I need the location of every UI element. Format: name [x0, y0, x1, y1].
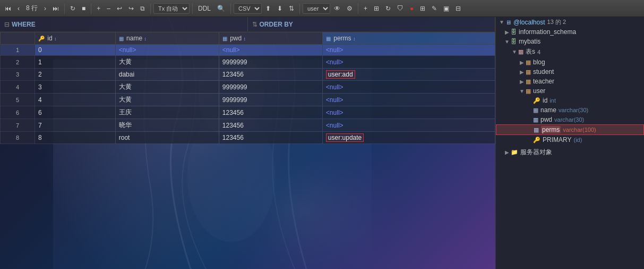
- image-button[interactable]: ▣: [441, 4, 452, 13]
- row-name-cell[interactable]: <null>: [115, 45, 219, 56]
- mybatis-toggle[interactable]: ▼: [503, 39, 511, 45]
- row-pwd-cell[interactable]: 123456: [219, 132, 322, 144]
- tree-col-pwd[interactable]: ▦ pwd varchar(30): [496, 115, 644, 124]
- bookmark-button[interactable]: ⛉: [394, 4, 406, 13]
- tree-blog[interactable]: ▶ ▦ blog: [496, 57, 644, 67]
- filter-btn[interactable]: ⇅: [286, 4, 297, 13]
- redo-button[interactable]: ↪: [126, 4, 136, 13]
- host-toggle[interactable]: ▼: [498, 19, 505, 25]
- table-row[interactable]: 32dabai123456user:add: [1, 69, 495, 81]
- table-row[interactable]: 10<null><null><null>: [1, 45, 495, 56]
- tree-col-primary[interactable]: 🔑 PRIMARY (id): [496, 135, 644, 145]
- row-perms-cell[interactable]: <null>: [322, 81, 495, 94]
- col-header-id[interactable]: 🔑 id ↕: [35, 32, 116, 45]
- delete-row-button[interactable]: –: [104, 4, 113, 13]
- row-number-cell: 1: [1, 45, 35, 56]
- nav-next-button[interactable]: ›: [41, 4, 49, 13]
- add-row-button[interactable]: +: [94, 4, 103, 13]
- user-dropdown[interactable]: user: [303, 3, 330, 14]
- table-row[interactable]: 66王庆123456<null>: [1, 106, 495, 119]
- col-header-perms[interactable]: ▦ perms ↕: [322, 32, 495, 45]
- student-toggle[interactable]: ▶: [518, 69, 526, 75]
- search-button[interactable]: 🔍: [214, 4, 228, 13]
- tree-server-objects[interactable]: ▶ 📁 服务器对象: [496, 147, 644, 158]
- tree-col-perms[interactable]: ▦ perms varchar(100): [496, 124, 644, 135]
- tree-mybatis[interactable]: ▼ 🗄 mybatis: [496, 37, 644, 46]
- edit-button[interactable]: ✎: [429, 4, 440, 13]
- is-toggle[interactable]: ▶: [503, 29, 511, 35]
- row-id-cell[interactable]: 3: [35, 81, 116, 94]
- row-id-cell[interactable]: 6: [35, 106, 116, 119]
- row-name-cell[interactable]: 大黄: [115, 56, 219, 69]
- tree-user[interactable]: ▼ ▦ user: [496, 86, 644, 96]
- row-perms-cell[interactable]: <null>: [322, 106, 495, 119]
- row-perms-cell[interactable]: <null>: [322, 119, 495, 132]
- refresh-button[interactable]: ↻: [67, 4, 78, 13]
- col-header-rownum[interactable]: [1, 32, 35, 45]
- nav-prev-button[interactable]: ‹: [15, 4, 22, 13]
- row-pwd-cell[interactable]: 9999999: [219, 81, 322, 94]
- row-perms-cell[interactable]: user:add: [322, 69, 495, 81]
- row-perms-cell[interactable]: <null>: [322, 45, 495, 56]
- export-up-button[interactable]: ⬆: [263, 4, 273, 13]
- filter3-button[interactable]: ⊟: [453, 4, 463, 13]
- settings-button[interactable]: ⚙: [344, 4, 355, 13]
- row-name-cell[interactable]: 王庆: [115, 106, 219, 119]
- tree-information-schema[interactable]: ▶ 🗄 information_schema: [496, 27, 644, 37]
- table2-button[interactable]: ⊞: [417, 4, 428, 13]
- col-header-pwd[interactable]: ▦ pwd ↕: [219, 32, 322, 45]
- col-header-name[interactable]: ▦ name ↕: [115, 32, 219, 45]
- tree-col-name[interactable]: ▦ name varchar(30): [496, 105, 644, 115]
- row-id-cell[interactable]: 2: [35, 69, 116, 81]
- row-pwd-cell[interactable]: 123456: [219, 119, 322, 132]
- data-table-container[interactable]: 🔑 id ↕ ▦ name ↕ ▦ pwd ↕: [0, 32, 495, 269]
- row-id-cell[interactable]: 0: [35, 45, 116, 56]
- row-pwd-cell[interactable]: 9999999: [219, 56, 322, 69]
- row-perms-cell[interactable]: user:update: [322, 132, 495, 144]
- plus2-button[interactable]: +: [361, 4, 370, 13]
- tree-student[interactable]: ▶ ▦ student: [496, 67, 644, 77]
- row-name-cell[interactable]: 晓华: [115, 119, 219, 132]
- row-pwd-cell[interactable]: <null>: [219, 45, 322, 56]
- clone-button[interactable]: ⊞: [371, 4, 382, 13]
- tree-tables-group[interactable]: ▼ ▦ 表s 4: [496, 46, 644, 57]
- nav-last-button[interactable]: ⏭: [50, 4, 62, 13]
- row-id-cell[interactable]: 4: [35, 94, 116, 106]
- row-perms-cell[interactable]: <null>: [322, 94, 495, 106]
- table-row[interactable]: 21大黄9999999<null>: [1, 56, 495, 69]
- undo-button[interactable]: ↩: [114, 4, 125, 13]
- row-id-cell[interactable]: 8: [35, 132, 116, 144]
- copy-button[interactable]: ⧉: [138, 4, 148, 13]
- stop-button[interactable]: ■: [79, 4, 88, 13]
- row-id-cell[interactable]: 7: [35, 119, 116, 132]
- row-pwd-cell[interactable]: 123456: [219, 69, 322, 81]
- row-pwd-cell[interactable]: 123456: [219, 106, 322, 119]
- teacher-toggle[interactable]: ▶: [518, 79, 526, 85]
- server-toggle[interactable]: ▶: [503, 149, 511, 155]
- tx-dropdown[interactable]: Tx 自动: [153, 3, 190, 14]
- export-down-button[interactable]: ⬇: [274, 4, 285, 13]
- csv-dropdown[interactable]: CSV: [234, 3, 262, 14]
- table-row[interactable]: 54大黄9999999<null>: [1, 94, 495, 106]
- row-name-cell[interactable]: 大黄: [115, 94, 219, 106]
- blog-toggle[interactable]: ▶: [518, 60, 526, 65]
- row-id-cell[interactable]: 1: [35, 56, 116, 69]
- user-toggle[interactable]: ▼: [518, 88, 526, 94]
- tree-col-id[interactable]: 🔑 id int: [496, 96, 644, 105]
- tree-teacher[interactable]: ▶ ▦ teacher: [496, 77, 644, 86]
- nav-first-button[interactable]: ⏮: [2, 4, 14, 13]
- ddl-button[interactable]: DDL: [195, 4, 213, 13]
- red-dot-button[interactable]: ●: [407, 4, 416, 13]
- tree-host[interactable]: ▼ 🖥 @localhost 13 的 2: [496, 17, 644, 27]
- row-pwd-cell[interactable]: 9999999: [219, 94, 322, 106]
- row-name-cell[interactable]: root: [115, 132, 219, 144]
- table-row[interactable]: 88root123456user:update: [1, 132, 495, 144]
- eye-button[interactable]: 👁: [331, 4, 343, 13]
- row-name-cell[interactable]: dabai: [115, 69, 219, 81]
- table-row[interactable]: 43大黄9999999<null>: [1, 81, 495, 94]
- tables-toggle[interactable]: ▼: [511, 49, 518, 55]
- row-perms-cell[interactable]: <null>: [322, 56, 495, 69]
- row-name-cell[interactable]: 大黄: [115, 81, 219, 94]
- refresh3-button[interactable]: ↻: [383, 4, 393, 13]
- table-row[interactable]: 77晓华123456<null>: [1, 119, 495, 132]
